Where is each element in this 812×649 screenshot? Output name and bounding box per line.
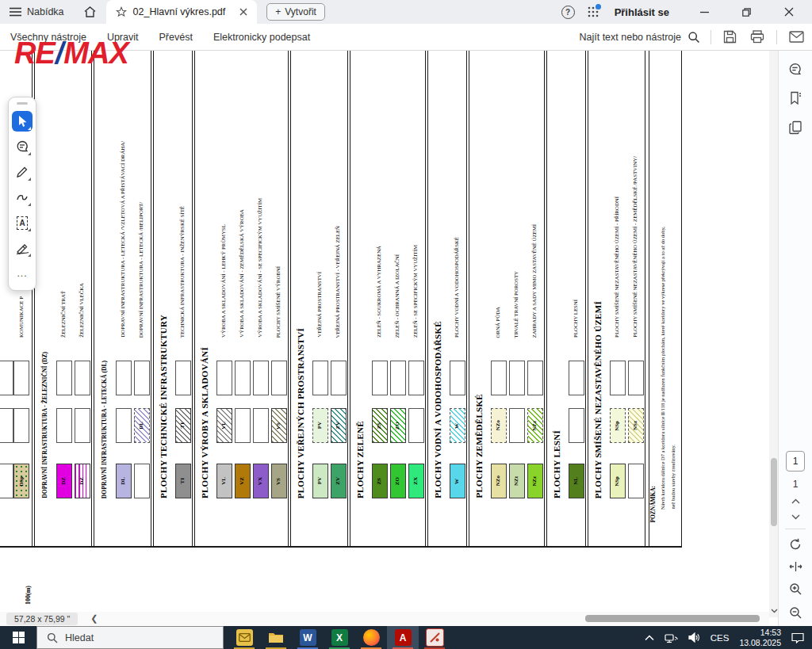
legend-group: PLOCHY VÝROBY A SKLADOVÁNÍVÝROBA A SKLAD… [194,50,289,546]
next-page-button[interactable] [790,513,802,521]
pencil-tool-button[interactable] [12,162,33,182]
legend-item: VÝROBA A SKLADOVÁNÍ - SE SPECIFICKÝM VYU… [251,50,270,546]
vertical-text: VÝROBA A SKLADOVÁNÍ - ZEMĚDĚLSKÁ VÝROBA [239,209,245,338]
menu-esign[interactable]: Elektronicky podepsat [213,32,310,43]
add-text-tool-button[interactable]: A [12,212,33,233]
vertical-text: Návrh koridoru dálnice D7 a koridoru sil… [661,227,666,510]
document-tab[interactable]: 02_Hlavní výkres.pdf [106,0,258,24]
taskbar-app-excel[interactable]: X [324,626,355,649]
legend-item: ORNÁ PŮDANZoNZo [489,50,508,546]
comment-tool-button[interactable] [12,136,33,157]
more-tools-button[interactable]: ... [12,263,33,284]
apps-grid-icon[interactable] [588,6,599,17]
previous-page-button[interactable] [790,497,802,506]
toolbar-right: Najít text nebo nástroje [579,29,812,45]
find-tools-button[interactable]: Najít text nebo nástroje [579,31,700,44]
legend-swatch [509,408,525,443]
menu-button[interactable]: Nabídka [0,0,74,24]
taskbar-app-word[interactable]: W [292,626,324,649]
legend-item: PLOCHY SMÍŠENÉ NEZASTAVĚNÉHO ÚZEMÍ - ZEM… [626,50,645,546]
text-box-icon: A [17,216,28,230]
search-icon [47,632,58,643]
create-button[interactable]: + Vytvořit [266,3,325,21]
horizontal-scrollbar-thumb[interactable] [585,615,760,622]
mail-button[interactable] [787,29,806,44]
volume-icon[interactable] [688,632,700,643]
close-button[interactable] [774,0,804,24]
palette-drag-handle[interactable] [17,102,28,105]
zoom-in-button[interactable] [787,581,804,597]
legend-item-label: VEŘEJNÁ PROSTRANSTVÍ [311,272,329,338]
comments-panel-button[interactable] [787,61,804,78]
legend-item: PLOCHY LESNÍNL [567,50,585,546]
fit-width-button[interactable] [787,559,804,574]
legend-swatch [253,361,269,395]
help-icon[interactable]: ? [561,6,575,19]
divider [776,30,777,44]
word-icon: W [300,629,316,646]
minimize-button[interactable] [690,0,719,24]
taskbar-app-mail[interactable] [228,626,260,649]
fill-sign-tool-button[interactable] [12,238,33,258]
vertical-text: ZELEŇ - SOUKROMÁ A VYHRAZENÁ [377,246,382,338]
legend-swatch: NZt [509,464,525,498]
menu-convert[interactable]: Převést [159,32,192,43]
legend-item: TRVALÉ TRAVNÍ POROSTYNZt [508,50,526,546]
vertical-text: PLOCHY ZELENĚ [356,421,365,498]
tab-close-icon[interactable] [239,8,247,16]
taskbar-app-image-viewer[interactable] [419,626,450,649]
draw-tool-button[interactable] [12,187,33,208]
rotate-view-button[interactable] [787,536,803,552]
star-icon[interactable] [116,6,127,17]
action-center-icon[interactable] [791,632,804,643]
vertical-text: NZz [532,476,538,487]
bookmarks-panel-button[interactable] [787,90,803,107]
taskbar-app-explorer[interactable] [260,626,292,649]
legend-swatch [527,361,543,395]
legend-item: VEŘEJNÁ PROSTRANSTVÍ - VEŘEJNÁ ZELEŇZVZV [329,50,347,546]
find-tools-label: Najít text nebo nástroje [579,32,681,43]
quick-tools-palette: A ... [8,97,36,291]
legend-group: PLOCHY TECHNICKÉ INFRASTRUKTURYTECHNICKÁ… [153,50,193,546]
scroll-left-arrow[interactable]: ❮ [90,613,98,624]
tray-expand-icon[interactable] [645,635,654,641]
titlebar-left: Nabídka 02_Hlavní výkres.pdf + Vytvořit [0,0,325,24]
page-number-input[interactable]: 1 [786,451,805,471]
save-button[interactable] [722,29,738,45]
zoom-out-button[interactable] [787,605,804,621]
mail-app-icon [236,629,253,646]
vertical-scrollbar-thumb[interactable] [771,458,777,526]
language-indicator[interactable]: CES [710,633,730,643]
vertical-text: DZ [61,477,67,485]
select-tool-button[interactable] [12,111,33,132]
taskbar-clock[interactable]: 14:53 13.08.2025 [739,628,781,647]
pdf-canvas[interactable]: KOMUNIKACE PDSpDOPRAVNÍ INFRASTRUKTURA -… [0,50,769,612]
restore-button[interactable] [732,0,761,24]
vertical-text: PLOCHY SMÍŠENÉ VÝROBNÍ [276,266,282,338]
legend-swatch: TI [175,464,191,498]
hamburger-icon [10,7,21,17]
vertical-text: VEŘEJNÁ PROSTRANSTVÍ - VEŘEJNÁ ZELEŇ [335,226,341,338]
legend-item: ZAHRADY A SADY MIMO ZASTAVĚNÉ ÚZEMÍNZzNZ… [526,50,544,546]
taskbar-app-acrobat[interactable]: A [387,626,419,649]
print-button[interactable] [749,29,766,45]
legend-swatch: DZ [75,464,90,498]
legend-item: ZELEŇ - OCHRANNÁ A IZOLAČNÍZOZO [389,50,407,546]
vertical-text: DOPRAVNÍ INFRASTRUKTURA - ŽELEZNIČNÍ (DZ… [42,352,48,498]
legend-group: PLOCHY LESNÍPLOCHY LESNÍNL [546,50,586,546]
legend-group: PLOCHY ZELENĚZELEŇ - SOUKROMÁ A VYHRAZEN… [350,50,426,546]
vertical-text: PV [317,477,323,484]
pages-panel-button[interactable] [787,119,804,136]
taskbar-search-input[interactable]: Hledat [36,626,224,649]
legend-swatch: ZX [408,464,424,498]
legend-swatch [56,361,72,395]
start-button[interactable] [0,626,36,649]
taskbar-app-firefox[interactable] [355,626,387,649]
sign-in-button[interactable]: Přihlásit se [615,6,669,18]
legend-item-label: DOPRAVNÍ INFRASTRUKTURA - LETECKÁ /VZLET… [114,141,132,338]
legend-item-label: ŽELEZNIČNÍ VLEČKA [73,283,91,338]
home-button[interactable] [74,0,106,24]
home-icon [83,6,97,18]
network-icon[interactable] [665,632,678,643]
legend-swatch [408,408,424,443]
